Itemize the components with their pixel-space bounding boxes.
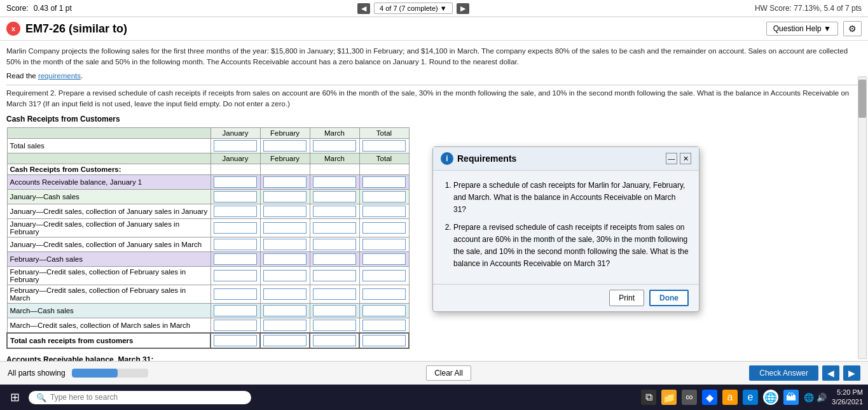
table-row: February—Cash sales — [7, 252, 409, 267]
jan-credit-jan-feb-input[interactable] — [263, 206, 307, 217]
jan-credit-feb-feb-input[interactable] — [263, 222, 307, 234]
jan-credit-mar-feb-input[interactable] — [263, 239, 307, 250]
modal-print-button[interactable]: Print — [609, 290, 644, 306]
feb-cash-jan-input[interactable] — [214, 253, 257, 265]
modal-controls: — ✕ — [666, 153, 691, 164]
all-parts-label: All parts showing — [8, 369, 65, 378]
feb-credit-feb-jan-input[interactable] — [214, 270, 257, 281]
mar-credit-mar-jan-input[interactable] — [214, 320, 257, 331]
progress-dropdown[interactable]: 4 of 7 (7 complete) ▼ — [374, 3, 453, 14]
jan-cash-mar-input[interactable] — [313, 191, 356, 202]
title-right: Question Help ▼ ⚙ — [766, 21, 862, 36]
total-sales-feb-input[interactable] — [263, 140, 307, 152]
col-header-jan: January — [210, 128, 260, 139]
ar-jan1-mar-input[interactable] — [313, 176, 356, 188]
jan-credit-feb-mar-input[interactable] — [313, 222, 356, 234]
jan-credit-mar-total-input[interactable] — [362, 239, 406, 250]
next-nav-button[interactable]: ▶ — [457, 3, 469, 14]
feb-credit-mar-total-input[interactable] — [362, 288, 406, 300]
mar-cash-mar-input[interactable] — [313, 305, 356, 316]
total-receipts-feb-input[interactable] — [263, 335, 307, 346]
modal-minimize-button[interactable]: — — [666, 153, 677, 164]
ar-jan1-jan-input[interactable] — [214, 176, 257, 188]
total-sales-total-input[interactable] — [362, 140, 406, 152]
table-row: January—Cash sales — [7, 190, 409, 204]
score-section: Score: 0.43 of 1 pt — [6, 4, 72, 13]
mar-credit-mar-mar-input[interactable] — [313, 320, 356, 331]
section-title: Cash Receipts from Customers — [6, 115, 862, 124]
jan-cash-jan-input[interactable] — [214, 191, 257, 202]
check-answer-button[interactable]: Check Answer — [749, 365, 818, 381]
feb-cash-total-input[interactable] — [362, 253, 406, 265]
table-row: Accounts Receivable balance, January 1 — [7, 175, 409, 190]
feb-credit-feb-total-input[interactable] — [362, 270, 406, 281]
jan-credit-feb-jan-input[interactable] — [214, 222, 257, 234]
requirement-text: Requirement 2. Prepare a revised schedul… — [6, 85, 862, 110]
modal-title: Requirements — [457, 153, 516, 164]
requirements-link[interactable]: requirements — [38, 72, 81, 80]
table-row: January—Credit sales, collection of Janu… — [7, 204, 409, 219]
modal-title-section: i Requirements — [441, 152, 516, 165]
jan-credit-jan-jan-input[interactable] — [214, 206, 257, 217]
clear-all-button[interactable]: Clear All — [426, 365, 471, 381]
feb-cash-feb-input[interactable] — [263, 253, 307, 265]
feb-credit-feb-feb-input[interactable] — [263, 270, 307, 281]
progress-bar-fill — [72, 369, 118, 378]
table-row: February—Credit sales, collection of Feb… — [7, 285, 409, 304]
jan-credit-jan-total-input[interactable] — [362, 206, 406, 217]
read-requirements: Read the requirements. — [6, 72, 862, 80]
bottom-left: All parts showing — [8, 369, 148, 378]
feb-cash-mar-input[interactable] — [313, 253, 356, 265]
question-help-button[interactable]: Question Help ▼ — [766, 22, 838, 36]
total-row: Total cash receipts from customers — [7, 333, 409, 348]
nav-section: ◀ 4 of 7 (7 complete) ▼ ▶ — [357, 3, 469, 14]
table-row: Total sales — [7, 139, 409, 153]
table-row: March—Credit sales, collection of March … — [7, 318, 409, 334]
jan-credit-mar-jan-input[interactable] — [214, 239, 257, 250]
modal-item-2: Prepare a revised schedule of cash recei… — [453, 222, 689, 271]
jan-credit-feb-total-input[interactable] — [362, 222, 406, 234]
total-receipts-total-input[interactable] — [362, 335, 406, 346]
modal-close-button[interactable]: ✕ — [680, 153, 691, 164]
modal-footer: Print Done — [433, 284, 699, 311]
bottom-prev-button[interactable]: ◀ — [822, 365, 839, 381]
title-left: x EM7-26 (similar to) — [6, 22, 127, 36]
progress-bar — [72, 369, 148, 378]
gear-button[interactable]: ⚙ — [843, 21, 862, 36]
total-sales-mar-input[interactable] — [313, 140, 356, 152]
score-value: 0.43 of 1 pt — [34, 4, 72, 13]
ar-jan1-total-input[interactable] — [362, 176, 406, 188]
table-row: January—Credit sales, collection of Janu… — [7, 219, 409, 237]
total-receipts-jan-input[interactable] — [214, 335, 257, 346]
mar-credit-mar-feb-input[interactable] — [263, 320, 307, 331]
feb-credit-feb-mar-input[interactable] — [313, 270, 356, 281]
scroll-handle[interactable] — [858, 80, 866, 118]
mar-credit-mar-total-input[interactable] — [362, 320, 406, 331]
mar-cash-total-input[interactable] — [362, 305, 406, 316]
feb-credit-mar-mar-input[interactable] — [313, 288, 356, 300]
jan-cash-feb-input[interactable] — [263, 191, 307, 202]
score-label: Score: — [6, 4, 29, 13]
mar-cash-jan-input[interactable] — [214, 305, 257, 316]
description-text: Marlin Company projects the following sa… — [6, 46, 862, 68]
bottom-center: Clear All — [426, 365, 471, 381]
feb-credit-mar-jan-input[interactable] — [214, 288, 257, 300]
ar-jan1-feb-input[interactable] — [263, 176, 307, 188]
jan-cash-total-input[interactable] — [362, 191, 406, 202]
top-bar: Score: 0.43 of 1 pt ◀ 4 of 7 (7 complete… — [0, 0, 868, 17]
bottom-bar: All parts showing Clear All Check Answer… — [0, 361, 868, 383]
title-icon: x — [6, 22, 20, 36]
prev-nav-button[interactable]: ◀ — [357, 3, 370, 14]
jan-credit-jan-mar-input[interactable] — [313, 206, 356, 217]
modal-item-1: Prepare a schedule of cash receipts for … — [453, 180, 689, 216]
modal-done-button[interactable]: Done — [649, 290, 689, 306]
feb-credit-mar-feb-input[interactable] — [263, 288, 307, 300]
mar-cash-feb-input[interactable] — [263, 305, 307, 316]
modal-header: i Requirements — ✕ — [433, 147, 699, 171]
bottom-next-button[interactable]: ▶ — [843, 365, 860, 381]
jan-credit-mar-mar-input[interactable] — [313, 239, 356, 250]
total-receipts-mar-input[interactable] — [313, 335, 356, 346]
scrollbar[interactable] — [858, 76, 867, 359]
total-sales-jan-input[interactable] — [214, 140, 257, 152]
col-header-mar: March — [310, 128, 359, 139]
